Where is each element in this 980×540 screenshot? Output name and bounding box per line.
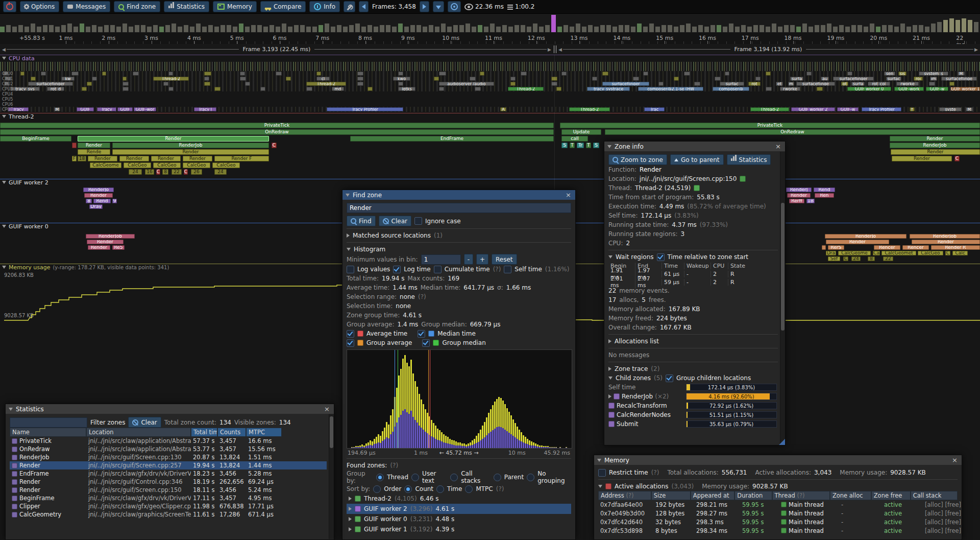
cpu-segment[interactable]: kwo	[393, 77, 410, 81]
cpu-segment[interactable]	[929, 82, 935, 86]
cpu-segment[interactable]: md	[332, 87, 344, 91]
active-allocations-toggle[interactable]: Active allocations (3,043) Memory usage:…	[598, 482, 958, 491]
frame-bar[interactable]	[453, 25, 458, 32]
statistics-row[interactable]: RenderJobjni/../jni/src/guif/Screen.cpp:…	[10, 453, 327, 461]
cpu-segment[interactable]	[694, 82, 700, 86]
timeline-zone[interactable]: 24	[214, 169, 227, 175]
cpu-segment[interactable]: sen	[884, 72, 895, 76]
timeline-zone[interactable]: Ca	[873, 251, 880, 255]
clear-filter-button[interactable]: Clear	[128, 417, 161, 428]
cpu-segment[interactable]	[439, 72, 446, 76]
matched-locations-toggle[interactable]: Matched source locations (1)	[347, 231, 571, 240]
prev-frame-button[interactable]	[359, 1, 369, 12]
cpu-segment[interactable]	[755, 77, 761, 81]
timeline-zone[interactable]: RerS	[828, 245, 844, 250]
frame-bar[interactable]	[0, 27, 5, 32]
cpu-segment[interactable]	[122, 77, 127, 81]
frame-bar[interactable]	[625, 25, 629, 32]
timeline-zone[interactable]: Rencer	[902, 245, 929, 250]
cpu-segment[interactable]	[71, 72, 79, 76]
cpu-segment[interactable]	[92, 77, 97, 81]
frame-bar[interactable]	[570, 27, 574, 32]
timeline-zone[interactable]: Update	[561, 129, 601, 135]
frame-bar[interactable]	[435, 27, 439, 32]
cpu-data-section[interactable]: CPU data	[0, 55, 980, 62]
frame-bar[interactable]	[349, 25, 354, 32]
timeline-zone[interactable]: Render	[78, 136, 269, 142]
frame-span[interactable]: ◀Frame 3,193 (22.45 ms)▶	[1, 44, 552, 55]
timeline-zone[interactable]: CalcGeome	[838, 251, 871, 255]
statistics-row[interactable]: Renderjni/../jni/src/guif/Screen.cpp:257…	[10, 461, 327, 469]
frame-bar[interactable]	[325, 24, 329, 32]
frame-bar[interactable]	[545, 25, 550, 32]
frame-bar[interactable]	[857, 25, 862, 32]
frame-bar[interactable]	[533, 24, 537, 32]
frame-bar[interactable]	[12, 27, 17, 32]
cpu-segment[interactable]	[847, 72, 852, 76]
expand-icon[interactable]	[608, 394, 611, 398]
frame-bar[interactable]	[343, 27, 348, 32]
frame-bar[interactable]	[612, 27, 617, 32]
timeline-zone[interactable]: S	[593, 143, 599, 148]
memory-button[interactable]: Memory	[213, 1, 257, 12]
timeline-zone[interactable]: CalcGeo	[212, 162, 240, 168]
cpu-segment[interactable]	[949, 82, 954, 86]
legend-checkbox[interactable]	[347, 339, 354, 347]
wait-region-row[interactable]: 2.01 ms2.07 ms59 µs-2R	[608, 278, 778, 286]
cpu-segment[interactable]: surfaceflinger	[602, 82, 649, 86]
timeline-zone[interactable]: Render	[112, 149, 269, 155]
frame-bar[interactable]	[18, 25, 23, 32]
frame-bar[interactable]	[80, 24, 84, 32]
timeline-zone[interactable]: RenderJob	[890, 143, 980, 148]
statistics-row[interactable]: CalcGeometryjni/../jni/src/claw/graphics…	[10, 510, 327, 519]
frame-bar[interactable]	[49, 25, 54, 32]
frame-bar[interactable]	[441, 24, 446, 32]
cpu-segment[interactable]	[20, 72, 24, 76]
frame-bar[interactable]	[925, 27, 929, 32]
scrollbar-track[interactable]	[780, 152, 785, 444]
frame-bar[interactable]	[564, 25, 568, 32]
cpu-segment[interactable]: Tracy Profiler	[862, 107, 901, 111]
frame-bar[interactable]	[576, 24, 580, 32]
frame-bar[interactable]	[239, 24, 243, 32]
frame-bar[interactable]	[802, 24, 807, 32]
cpu-segment[interactable]	[245, 82, 250, 86]
frame-bar[interactable]	[61, 25, 66, 32]
time-relative-checkbox[interactable]	[657, 253, 665, 261]
column-header[interactable]: Call stack	[911, 491, 958, 500]
info-button[interactable]: Info	[309, 1, 340, 12]
frame-bar[interactable]	[337, 25, 341, 32]
frame-bar[interactable]	[962, 18, 966, 32]
frame-bar[interactable]	[729, 24, 733, 32]
cpu-segment[interactable]: rot_col	[868, 82, 890, 86]
frame-bar[interactable]	[521, 25, 525, 32]
filter-zones-input[interactable]	[10, 417, 87, 428]
group-by-radio[interactable]	[450, 474, 458, 481]
cpu-segment[interactable]: A	[500, 107, 506, 111]
sort-by-radio[interactable]	[436, 485, 444, 493]
cpu-segment[interactable]: et	[776, 82, 783, 86]
cpu-segment[interactable]: M	[958, 72, 965, 76]
frame-bar[interactable]	[312, 27, 317, 32]
cpu-segment[interactable]: Thread-2	[508, 87, 544, 91]
frame-bar[interactable]	[949, 18, 954, 32]
cpu-segment[interactable]: tracy_sys	[10, 87, 40, 91]
frame-bar[interactable]	[392, 27, 397, 32]
log-values-checkbox[interactable]	[347, 266, 354, 273]
timeline-zone[interactable]: C	[945, 251, 950, 255]
statistics-button[interactable]: Statistics	[727, 154, 771, 165]
find-zone-button[interactable]: Find zone	[114, 1, 160, 12]
restrict-time-checkbox[interactable]	[598, 469, 606, 477]
frame-bar[interactable]	[251, 25, 256, 32]
frame-bar[interactable]	[361, 27, 366, 32]
frame-bar[interactable]	[318, 25, 323, 32]
frame-bar[interactable]	[465, 24, 470, 32]
timeline-zone[interactable]: Render	[912, 240, 980, 244]
frame-bar[interactable]	[410, 25, 415, 32]
timeline-zone[interactable]	[72, 143, 77, 148]
timeline-zone[interactable]: Render	[84, 193, 113, 198]
cpu-segment[interactable]: system_s	[919, 72, 948, 76]
cpu-segment[interactable]	[434, 77, 439, 81]
min-bin-input[interactable]	[421, 254, 461, 265]
frame-bar[interactable]	[67, 24, 72, 32]
